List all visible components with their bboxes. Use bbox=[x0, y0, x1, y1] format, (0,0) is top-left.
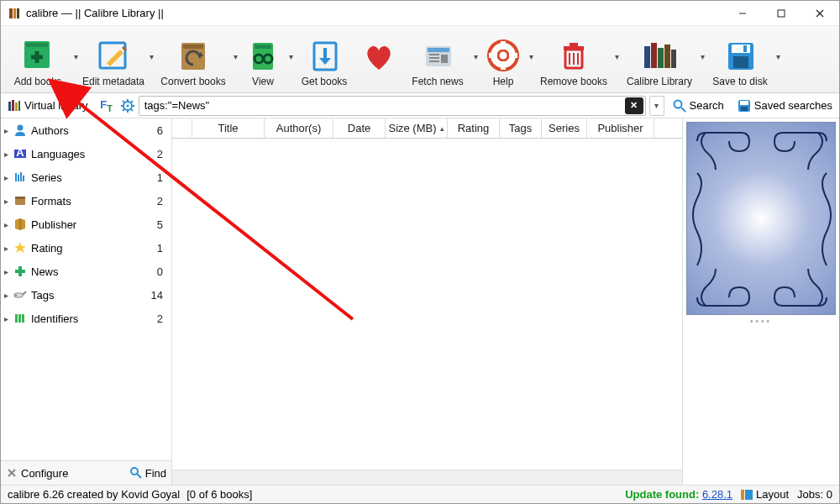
dropdown-caret-icon[interactable]: ▾ bbox=[701, 52, 705, 61]
virtual-library-button[interactable]: Virtual library bbox=[1, 93, 95, 118]
horizontal-scrollbar[interactable] bbox=[172, 470, 682, 485]
expand-icon[interactable]: ▸ bbox=[4, 150, 13, 159]
sidebar-item-languages[interactable]: ▸ALanguages2 bbox=[1, 142, 171, 165]
category-icon bbox=[13, 123, 28, 138]
svg-rect-26 bbox=[428, 48, 449, 52]
column-header-publisher[interactable]: Publisher bbox=[587, 118, 654, 138]
view-button[interactable]: View ▾ bbox=[239, 29, 286, 91]
dropdown-caret-icon[interactable]: ▾ bbox=[150, 52, 154, 61]
sidebar-item-rating[interactable]: ▸Rating1 bbox=[1, 236, 171, 260]
expand-icon[interactable]: ▸ bbox=[4, 173, 13, 182]
category-count: 6 bbox=[157, 124, 168, 137]
column-header-tags[interactable]: Tags bbox=[500, 118, 542, 138]
svg-point-71 bbox=[18, 125, 24, 131]
book-list-pane: TitleAuthor(s)DateSize (MB)▴RatingTagsSe… bbox=[172, 118, 683, 485]
sidebar-item-formats[interactable]: ▸Formats2 bbox=[1, 189, 171, 213]
search-history-dropdown[interactable]: ▾ bbox=[649, 96, 664, 116]
layout-button[interactable]: Layout bbox=[741, 488, 789, 501]
dropdown-caret-icon[interactable]: ▾ bbox=[615, 52, 619, 61]
search-input[interactable] bbox=[139, 97, 625, 113]
fulltext-search-button[interactable]: FT bbox=[95, 95, 118, 117]
category-icon bbox=[13, 217, 28, 232]
sidebar-item-publisher[interactable]: ▸Publisher5 bbox=[1, 213, 171, 236]
jobs-label[interactable]: Jobs: 0 bbox=[797, 488, 832, 501]
fetch-news-button[interactable]: Fetch news ▾ bbox=[404, 29, 471, 91]
dropdown-caret-icon[interactable]: ▾ bbox=[74, 52, 78, 61]
svg-rect-94 bbox=[741, 490, 744, 500]
category-label: Formats bbox=[31, 195, 157, 207]
maximize-button[interactable] bbox=[762, 1, 801, 26]
configure-label: Configure bbox=[21, 467, 68, 480]
expand-icon[interactable]: ▸ bbox=[4, 197, 13, 206]
dropdown-caret-icon[interactable]: ▾ bbox=[234, 52, 238, 61]
sidebar-item-identifiers[interactable]: ▸Identifiers2 bbox=[1, 307, 171, 330]
dropdown-caret-icon[interactable]: ▾ bbox=[776, 52, 780, 61]
search-options-button[interactable] bbox=[118, 95, 137, 117]
donate-button[interactable] bbox=[354, 29, 404, 91]
search-button[interactable]: Search bbox=[666, 93, 731, 118]
virtual-library-icon bbox=[8, 99, 21, 113]
svg-rect-36 bbox=[509, 53, 517, 58]
save-to-disk-button[interactable]: Save to disk ▾ bbox=[706, 29, 774, 91]
category-count: 2 bbox=[157, 148, 168, 160]
column-header-size-mb-[interactable]: Size (MB)▴ bbox=[386, 118, 448, 138]
column-header-title[interactable]: Title bbox=[192, 118, 265, 138]
close-button[interactable] bbox=[801, 1, 839, 26]
sidebar-item-authors[interactable]: ▸Authors6 bbox=[1, 118, 171, 142]
clear-search-button[interactable]: ✕ bbox=[625, 97, 643, 114]
column-header-series[interactable]: Series bbox=[542, 118, 587, 138]
book-list-body[interactable] bbox=[172, 139, 682, 470]
expand-icon[interactable]: ▸ bbox=[4, 220, 13, 229]
column-header-date[interactable]: Date bbox=[333, 118, 386, 138]
column-header-rating[interactable]: Rating bbox=[448, 118, 500, 138]
window-title: calibre — || Calibre Library || bbox=[26, 7, 164, 19]
get-books-button[interactable]: Get books bbox=[295, 29, 354, 91]
column-header-author-s-[interactable]: Author(s) bbox=[265, 118, 333, 138]
find-button[interactable]: Find bbox=[130, 467, 166, 480]
minimize-button[interactable] bbox=[723, 1, 762, 26]
category-icon bbox=[13, 193, 28, 208]
svg-point-85 bbox=[15, 294, 17, 296]
dropdown-caret-icon[interactable]: ▾ bbox=[289, 52, 293, 61]
edit-metadata-button[interactable]: Edit metadata ▾ bbox=[80, 29, 147, 91]
category-icon bbox=[13, 240, 28, 255]
svg-point-57 bbox=[126, 104, 129, 107]
sidebar-item-series[interactable]: ▸Series1 bbox=[1, 165, 171, 189]
sidebar-item-news[interactable]: ▸News0 bbox=[1, 260, 171, 283]
update-version-link[interactable]: 6.28.1 bbox=[702, 488, 732, 501]
expand-icon[interactable]: ▸ bbox=[4, 244, 13, 253]
saved-searches-button[interactable]: Saved searches bbox=[731, 93, 839, 118]
svg-line-93 bbox=[137, 474, 141, 478]
save-icon bbox=[720, 37, 760, 74]
add-books-button[interactable]: Add books ▾ bbox=[4, 29, 71, 91]
dropdown-caret-icon[interactable]: ▾ bbox=[474, 52, 478, 61]
svg-marker-24 bbox=[319, 58, 331, 65]
help-button[interactable]: Help ▾ bbox=[480, 29, 527, 91]
calibre-library-button[interactable]: Calibre Library ▾ bbox=[621, 29, 698, 91]
configure-button[interactable]: Configure bbox=[6, 467, 68, 480]
convert-books-button[interactable]: Convert books ▾ bbox=[155, 29, 231, 91]
book-cover[interactable] bbox=[686, 122, 836, 315]
svg-rect-54 bbox=[15, 102, 18, 111]
book-count-label: [0 of 6 books] bbox=[186, 488, 252, 501]
svg-line-67 bbox=[681, 108, 685, 112]
find-label: Find bbox=[145, 467, 166, 480]
category-count: 5 bbox=[157, 218, 168, 231]
get-books-label: Get books bbox=[302, 76, 348, 87]
category-label: Series bbox=[31, 171, 157, 184]
remove-books-button[interactable]: Remove books ▾ bbox=[535, 29, 612, 91]
expand-icon[interactable]: ▸ bbox=[4, 291, 13, 300]
expand-icon[interactable]: ▸ bbox=[4, 126, 13, 135]
sort-indicator-icon: ▴ bbox=[440, 124, 444, 133]
cover-grip[interactable]: •••• bbox=[686, 317, 836, 326]
virtual-library-label: Virtual library bbox=[24, 99, 88, 112]
svg-rect-88 bbox=[18, 314, 21, 323]
svg-rect-79 bbox=[15, 197, 25, 199]
expand-icon[interactable]: ▸ bbox=[4, 314, 13, 323]
sidebar-item-tags[interactable]: ▸Tags14 bbox=[1, 283, 171, 307]
category-label: Authors bbox=[31, 124, 157, 137]
category-label: Languages bbox=[31, 148, 157, 160]
dropdown-caret-icon[interactable]: ▾ bbox=[529, 52, 533, 61]
expand-icon[interactable]: ▸ bbox=[4, 267, 13, 276]
svg-rect-46 bbox=[664, 45, 670, 68]
